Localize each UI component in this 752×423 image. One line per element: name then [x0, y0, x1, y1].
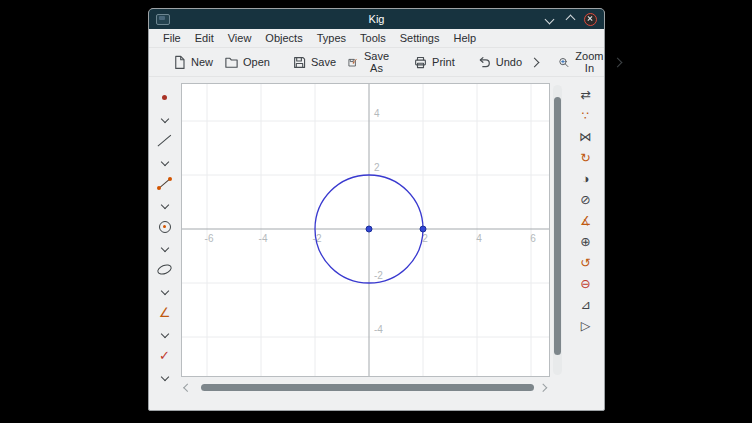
chevron-down-icon	[160, 115, 168, 123]
menu-item-settings[interactable]: Settings	[400, 32, 440, 44]
new-button[interactable]: New	[167, 52, 218, 73]
circle-tool-button[interactable]	[152, 214, 178, 239]
circle-tools-expander[interactable]	[152, 239, 178, 257]
print-button[interactable]: Print	[408, 52, 460, 73]
save-as-icon	[347, 55, 358, 70]
minimize-button[interactable]	[542, 12, 557, 27]
objects-toolbar: ∠ ✓	[149, 77, 180, 408]
vertical-scrollbar[interactable]	[553, 85, 562, 375]
difference-icon: ⊖	[580, 278, 590, 291]
line-tools-expander[interactable]	[152, 153, 178, 171]
open-folder-icon	[224, 55, 239, 70]
undo-history-dropdown[interactable]	[528, 56, 541, 69]
angle-tool-button[interactable]: ∠	[152, 300, 178, 325]
window-title: Kig	[149, 13, 604, 25]
menu-item-objects[interactable]: Objects	[265, 32, 302, 44]
inversion-icon: ⊘	[580, 194, 590, 207]
svg-text:-6: -6	[205, 233, 214, 244]
chevron-right-icon	[613, 57, 623, 67]
translate-icon: ⇄	[580, 89, 590, 102]
conic-tool-button[interactable]	[152, 257, 178, 282]
rotate-ccw-icon: ↺	[580, 257, 590, 270]
angle-icon: ∠	[159, 306, 171, 319]
zoom-in-button[interactable]: Zoom In	[553, 47, 610, 77]
scale-tool-button[interactable]: ◑	[582, 169, 590, 190]
main-toolbar: New Open Save Save As Print Undo Zoom	[149, 48, 604, 77]
menu-item-file[interactable]: File	[163, 32, 181, 44]
menu-item-edit[interactable]: Edit	[195, 32, 214, 44]
chevron-down-icon	[160, 244, 168, 252]
point-tool-button[interactable]	[152, 85, 178, 110]
angle-tools-expander[interactable]	[152, 325, 178, 343]
inversion-tool-button[interactable]: ⊘	[580, 190, 590, 211]
menu-item-help[interactable]: Help	[453, 32, 476, 44]
scale-icon: ◑	[582, 173, 590, 186]
test-tool-button[interactable]: ✓	[152, 343, 178, 368]
scroll-left-button[interactable]	[183, 382, 193, 394]
segment-tool-button[interactable]	[152, 171, 178, 196]
menu-item-view[interactable]: View	[228, 32, 252, 44]
angle-measure-icon: ∡	[580, 215, 591, 228]
point-reflection-tool-button[interactable]: ∵	[582, 106, 590, 127]
open-button[interactable]: Open	[219, 52, 275, 73]
conic-icon	[156, 263, 173, 277]
geometry-canvas[interactable]: -6-4-224642-2-4	[182, 84, 549, 376]
new-document-icon	[172, 55, 187, 70]
svg-text:2: 2	[374, 162, 380, 173]
rotate-tool-button[interactable]: ↻	[580, 148, 590, 169]
chevron-down-icon	[160, 158, 168, 166]
conic-tools-expander[interactable]	[152, 282, 178, 300]
horizontal-scrollbar-track[interactable]	[193, 383, 538, 392]
line-icon	[157, 133, 172, 148]
line-reflection-tool-button[interactable]: ⋈	[579, 127, 592, 148]
sum-tool-button[interactable]: ⊕	[580, 232, 590, 253]
rotate-ccw-tool-button[interactable]: ↺	[580, 253, 590, 274]
undo-button[interactable]: Undo	[472, 52, 527, 73]
chevron-down-icon	[160, 373, 168, 381]
angle-measure-tool-button[interactable]: ∡	[580, 211, 591, 232]
point-tools-expander[interactable]	[152, 110, 178, 128]
save-as-button[interactable]: Save As	[342, 47, 396, 77]
sum-icon: ⊕	[580, 236, 590, 249]
scroll-right-button[interactable]	[538, 382, 548, 394]
horizontal-scrollbar-thumb[interactable]	[201, 384, 534, 391]
menu-item-tools[interactable]: Tools	[360, 32, 386, 44]
scroll-left-icon	[184, 384, 192, 392]
print-icon	[413, 55, 428, 70]
point-icon	[162, 95, 167, 100]
segment-icon	[157, 176, 172, 191]
segment-tools-expander[interactable]	[152, 196, 178, 214]
chevron-down-icon	[545, 14, 555, 24]
chevron-down-icon	[160, 287, 168, 295]
close-button[interactable]	[584, 13, 597, 26]
test-tools-expander[interactable]	[152, 368, 178, 386]
horizontal-scrollbar[interactable]	[181, 381, 550, 394]
svg-text:4: 4	[476, 233, 482, 244]
difference-tool-button[interactable]: ⊖	[580, 274, 590, 295]
affinity-tool-button[interactable]: ▷	[581, 316, 591, 337]
menubar: File Edit View Objects Types Tools Setti…	[149, 29, 604, 48]
line-tool-button[interactable]	[152, 128, 178, 153]
svg-text:6: 6	[530, 233, 536, 244]
toolbar-overflow-button[interactable]	[611, 56, 624, 69]
transform-toolbar: ⇄ ∵ ⋈ ↻ ◑ ⊘ ∡ ⊕ ↺ ⊖ ⊿ ▷	[567, 77, 604, 408]
translate-tool-button[interactable]: ⇄	[580, 85, 590, 106]
svg-text:-4: -4	[374, 324, 383, 335]
titlebar[interactable]: Kig	[149, 9, 604, 29]
line-reflection-icon: ⋈	[579, 131, 592, 144]
vertical-scrollbar-thumb[interactable]	[554, 97, 561, 355]
window-controls	[542, 12, 597, 27]
save-button[interactable]: Save	[287, 52, 341, 73]
maximize-button[interactable]	[563, 12, 578, 27]
svg-text:4: 4	[374, 108, 380, 119]
affinity-icon: ▷	[581, 320, 591, 333]
chevron-down-icon	[160, 330, 168, 338]
menu-item-types[interactable]: Types	[317, 32, 346, 44]
scroll-right-icon	[539, 384, 547, 392]
undo-icon	[477, 55, 492, 70]
test-icon: ✓	[159, 349, 170, 362]
triangle-tool-button[interactable]: ⊿	[580, 295, 590, 316]
chevron-down-icon	[160, 201, 168, 209]
circle-icon	[159, 221, 171, 233]
chevron-right-icon	[530, 57, 540, 67]
